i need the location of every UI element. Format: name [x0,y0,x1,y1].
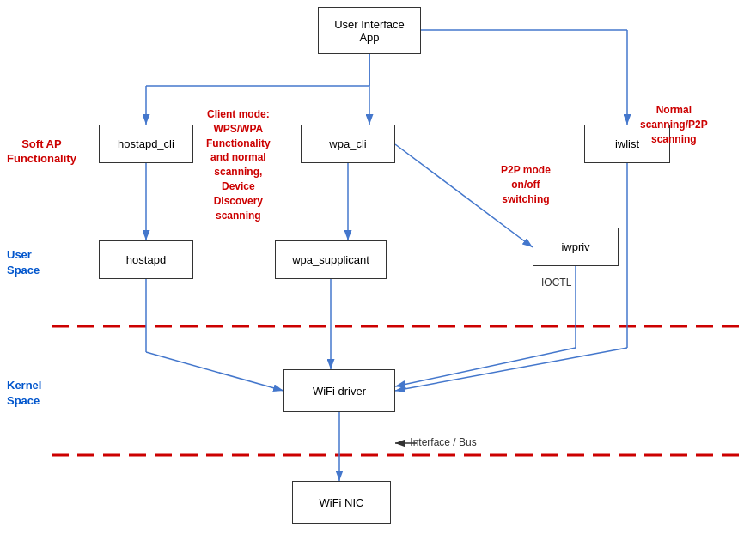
svg-line-14 [146,352,284,391]
box-wpa-cli: wpa_cli [301,125,395,163]
box-hostapd-cli: hostapd_cli [99,125,193,163]
box-hostapd: hostapd [99,240,193,279]
label-interface-bus: ← Interface / Bus [397,436,477,448]
box-wifi-driver: WiFi driver [284,369,395,412]
box-wpa-supplicant: wpa_supplicant [275,240,387,279]
label-kernel-space: KernelSpace [7,378,41,409]
label-p2p-mode: P2P modeon/offswitching [501,163,551,206]
box-ui-app: User InterfaceApp [318,7,421,54]
label-client-mode: Client mode:WPS/WPAFunctionalityand norm… [206,107,271,222]
diagram-container: User InterfaceApp hostapd_cli wpa_cli iw… [0,0,756,547]
label-user-space: UserSpace [7,247,40,278]
box-iwpriv: iwpriv [533,228,619,266]
label-soft-ap: Soft APFunctionality [7,137,76,167]
svg-line-19 [395,348,627,391]
label-ioctl: IOCTL [541,277,571,289]
box-wifi-nic: WiFi NIC [292,481,391,524]
label-normal-scanning: Normalscanning/P2Pscanning [640,103,708,146]
svg-line-17 [395,348,576,386]
